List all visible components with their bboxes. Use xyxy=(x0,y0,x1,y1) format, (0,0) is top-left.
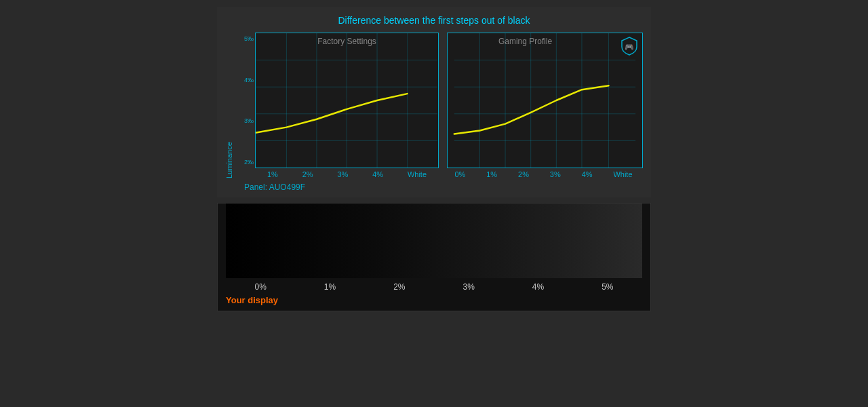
bottom-display-section: 0% 1% 2% 3% 4% 5% Your display xyxy=(217,203,651,311)
bottom-x-axis: 0% 1% 2% 3% 4% 5% xyxy=(226,281,642,293)
display-area xyxy=(226,204,642,278)
factory-chart-label: Factory Settings xyxy=(317,37,376,46)
gaming-chart-svg xyxy=(447,33,643,168)
factory-chart-svg xyxy=(255,33,439,168)
gaming-chart: Gaming Profile 🎮 xyxy=(444,33,643,178)
luminance-label: Luminance xyxy=(225,33,233,178)
gaming-shield-icon: 🎮 xyxy=(619,36,639,56)
main-container: Difference between the first steps out o… xyxy=(0,0,868,407)
gaming-badge: 🎮 xyxy=(618,35,640,57)
x-axis-factory: 1% 2% 3% 4% White xyxy=(240,170,439,178)
chart-title: Difference between the first steps out o… xyxy=(225,15,643,26)
svg-text:🎮: 🎮 xyxy=(625,42,634,52)
factory-chart: 5‰ 4‰ 3‰ 2‰ Factory Settings xyxy=(240,33,439,178)
gaming-profile-label: Gaming Profile xyxy=(498,37,552,46)
your-display-label: Your display xyxy=(226,295,642,305)
panel-label: Panel: AUO499F xyxy=(225,182,643,192)
x-axis-gaming: 0% 1% 2% 3% 4% White xyxy=(444,170,643,178)
y-axis-factory: 5‰ 4‰ 3‰ 2‰ xyxy=(240,33,255,168)
